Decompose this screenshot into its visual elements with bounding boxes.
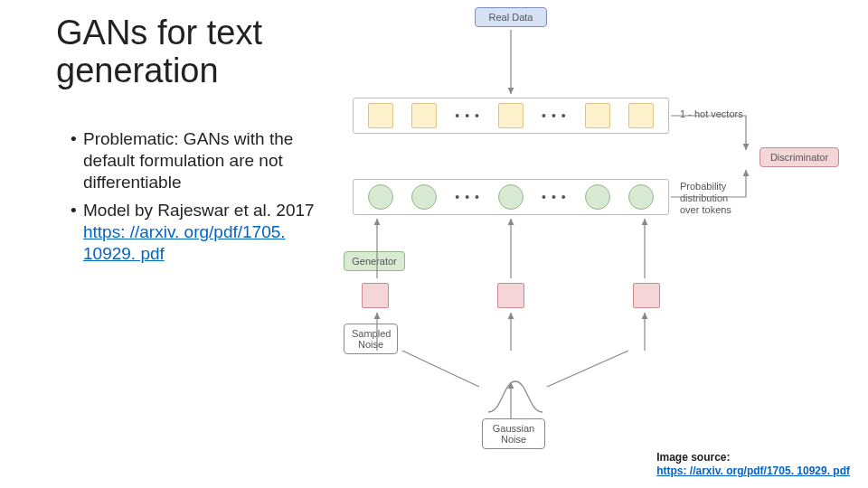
image-source-label: Image source: bbox=[656, 451, 730, 464]
svg-line-9 bbox=[547, 351, 628, 387]
slide-title: GANs for text generation bbox=[56, 14, 262, 90]
bullet-1: Problematic: GANs with the default formu… bbox=[71, 128, 333, 192]
bullet-2-link[interactable]: https: //arxiv. org/pdf/1705. 10929. pdf bbox=[83, 222, 286, 263]
bullet-2-text: Model by Rajeswar et al. 2017 bbox=[83, 201, 315, 220]
image-source: Image source: https: //arxiv. org/pdf/17… bbox=[656, 451, 850, 479]
bullet-2: Model by Rajeswar et al. 2017 https: //a… bbox=[71, 200, 333, 264]
architecture-diagram: Real Data • • • • • • 1 - hot vectors Di… bbox=[344, 7, 850, 450]
diagram-arrows bbox=[344, 7, 850, 450]
bullet-list: Problematic: GANs with the default formu… bbox=[71, 128, 333, 272]
image-source-link[interactable]: https: //arxiv. org/pdf/1705. 10929. pdf bbox=[656, 465, 850, 477]
title-line-1: GANs for text bbox=[56, 14, 262, 52]
svg-line-8 bbox=[402, 351, 479, 387]
title-line-2: generation bbox=[56, 52, 219, 89]
